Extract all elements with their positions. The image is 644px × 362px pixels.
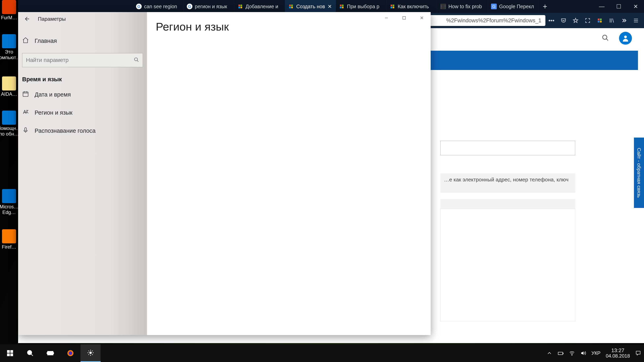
firefox-more-icon[interactable]: •••	[546, 14, 558, 26]
svg-rect-18	[598, 21, 600, 22]
tab-close-icon[interactable]: ✕	[328, 3, 332, 9]
settings-minimize-button[interactable]	[378, 12, 395, 24]
firefox-pocket-icon[interactable]	[558, 14, 570, 26]
start-button[interactable]	[0, 344, 20, 362]
taskbar-search-button[interactable]	[20, 344, 40, 362]
svg-rect-11	[342, 7, 344, 8]
site-search-icon[interactable]	[602, 34, 609, 42]
svg-rect-12	[391, 5, 392, 6]
tray-wifi-icon[interactable]	[569, 350, 575, 356]
svg-point-34	[90, 352, 92, 354]
sidebar-item-label: Распознавание голоса	[34, 127, 96, 134]
firefox-tab[interactable]: Gcan see region	[133, 0, 184, 13]
firefox-tab-label: Создать нов	[296, 3, 325, 9]
clock-icon	[22, 90, 29, 99]
svg-rect-17	[600, 18, 602, 20]
svg-rect-27	[10, 350, 13, 353]
firefox-tab-label: Как включить	[398, 3, 429, 9]
svg-rect-6	[289, 7, 291, 8]
firefox-tab[interactable]: Добавление и	[234, 0, 285, 13]
svg-rect-13	[393, 5, 394, 6]
svg-point-37	[572, 355, 572, 356]
svg-rect-5	[291, 5, 293, 6]
settings-close-button[interactable]	[413, 12, 431, 24]
firefox-tab[interactable]: Gрегион и язык	[184, 0, 234, 13]
firefox-library-icon[interactable]	[606, 14, 618, 26]
firefox-tab-label: Добавление и	[246, 3, 278, 9]
settings-search-box[interactable]	[22, 53, 143, 67]
site-text-input[interactable]	[440, 141, 575, 155]
firefox-tab[interactable]: GGoogle Перекл	[488, 0, 538, 13]
firefox-menu-icon[interactable]	[630, 14, 642, 26]
settings-sidebar-item[interactable]: Распознавание голоса	[18, 122, 147, 140]
firefox-minimize-button[interactable]: —	[593, 0, 610, 13]
firefox-tab[interactable]: При выбора р	[336, 0, 386, 13]
firefox-tab-label: регион и язык	[195, 3, 227, 9]
firefox-tab-strip: Gcan see regionGрегион и языкДобавление …	[18, 0, 644, 13]
desktop-background: FurM…Это компьют…AIDA…Помощн… по обн…Mic…	[0, 0, 644, 362]
firefox-new-tab-button[interactable]: +	[538, 0, 552, 13]
sidebar-item-label: Регион и язык	[34, 109, 72, 116]
svg-rect-26	[7, 350, 10, 353]
svg-rect-25	[403, 16, 406, 19]
site-info-box-2	[440, 199, 575, 209]
svg-rect-35	[558, 352, 563, 355]
firefox-tab[interactable]: Как включить	[386, 0, 437, 13]
sidebar-item-label: Дата и время	[34, 91, 71, 98]
svg-rect-31	[48, 351, 53, 355]
taskbar-clock[interactable]: 13:27 04.08.2018	[606, 348, 630, 359]
firefox-fullscreen-icon[interactable]	[582, 14, 594, 26]
settings-main-pane: Регион и язык	[147, 12, 431, 335]
settings-window-controls	[378, 12, 431, 24]
svg-rect-16	[598, 18, 600, 20]
tray-chevron-up-icon[interactable]	[546, 350, 552, 356]
svg-rect-4	[289, 5, 291, 6]
settings-home-item[interactable]: Главная	[18, 32, 147, 50]
tray-battery-icon[interactable]	[558, 350, 564, 356]
firefox-maximize-button[interactable]: ☐	[610, 0, 627, 13]
mic-icon	[22, 127, 29, 135]
settings-group-label: Время и язык	[18, 73, 147, 85]
svg-point-30	[28, 351, 32, 355]
svg-rect-14	[391, 7, 392, 8]
site-info-box: …е как электронный адрес, номер телефона…	[440, 173, 575, 193]
firefox-overflow-icon[interactable]	[618, 14, 630, 26]
svg-rect-7	[291, 7, 293, 8]
firefox-tab-label: How to fix prob	[448, 3, 482, 9]
tray-language-indicator[interactable]: УКР	[592, 350, 600, 356]
svg-rect-29	[10, 354, 13, 356]
action-center-button[interactable]	[635, 350, 641, 356]
firefox-tab-label: При выбора р	[347, 3, 379, 9]
settings-maximize-button[interactable]	[395, 12, 413, 24]
settings-sidebar: Параметры Главная Время и язык Дата и вр…	[18, 12, 147, 335]
svg-rect-28	[7, 354, 10, 356]
taskbar-app-settings[interactable]	[80, 344, 100, 362]
svg-rect-8	[340, 5, 342, 6]
firefox-tab[interactable]: ⋮⋮How to fix prob	[437, 0, 488, 13]
taskbar-app-firefox[interactable]	[60, 344, 80, 362]
svg-rect-2	[238, 7, 240, 8]
tray-volume-icon[interactable]	[580, 350, 586, 356]
svg-rect-9	[342, 5, 344, 6]
firefox-tab-label: can see region	[144, 3, 177, 9]
settings-window: Параметры Главная Время и язык Дата и вр…	[18, 12, 431, 335]
settings-search-input[interactable]	[26, 57, 134, 63]
firefox-url-text: %2Fwindows%2Fforum%2Fwindows_1	[446, 17, 541, 24]
site-textarea[interactable]	[440, 209, 575, 321]
firefox-container-icon[interactable]	[594, 14, 606, 26]
site-account-avatar[interactable]	[619, 32, 632, 45]
site-feedback-tab[interactable]: Сайт - обратная связь	[634, 138, 644, 208]
taskbar: УКР 13:27 04.08.2018	[0, 344, 644, 362]
sidebar-item-label: Главная	[34, 38, 57, 44]
settings-sidebar-item[interactable]: Дата и время	[18, 85, 147, 104]
svg-rect-36	[563, 353, 563, 354]
svg-rect-10	[340, 7, 342, 8]
settings-back-button[interactable]	[22, 14, 32, 24]
firefox-bookmark-star-icon[interactable]	[570, 14, 582, 26]
firefox-tab[interactable]: Создать нов✕	[285, 0, 336, 13]
settings-titlebar: Параметры	[18, 12, 147, 26]
svg-point-22	[134, 58, 138, 61]
settings-sidebar-item[interactable]: Регион и язык	[18, 104, 147, 122]
task-view-button[interactable]	[40, 344, 60, 362]
firefox-close-button[interactable]: ✕	[627, 0, 644, 13]
